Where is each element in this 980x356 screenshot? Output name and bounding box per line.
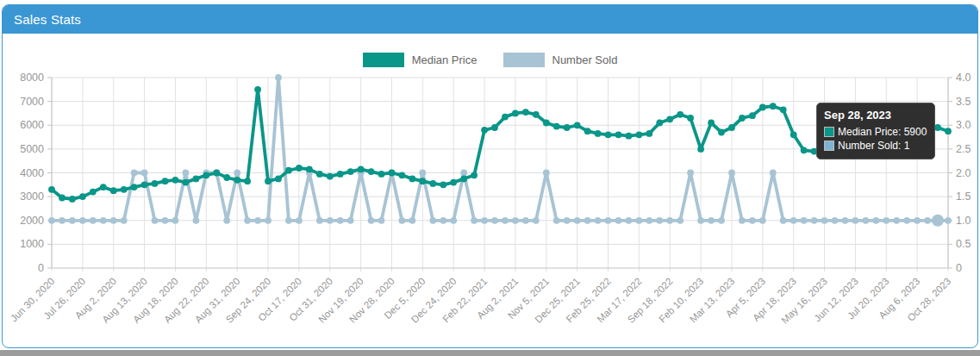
median-price-point[interactable] bbox=[131, 184, 138, 190]
number-sold-point[interactable] bbox=[234, 170, 240, 177]
legend-item-number-sold[interactable]: Number Sold bbox=[503, 53, 618, 67]
number-sold-point[interactable] bbox=[460, 170, 467, 177]
number-sold-point[interactable] bbox=[491, 217, 498, 224]
median-price-point[interactable] bbox=[739, 115, 746, 122]
number-sold-point[interactable] bbox=[110, 217, 117, 224]
median-price-point[interactable] bbox=[48, 186, 55, 193]
number-sold-point[interactable] bbox=[821, 217, 828, 224]
number-sold-point[interactable] bbox=[79, 217, 86, 224]
number-sold-point[interactable] bbox=[584, 217, 591, 224]
median-price-point[interactable] bbox=[708, 120, 715, 127]
number-sold-point[interactable] bbox=[440, 217, 446, 224]
median-price-point[interactable] bbox=[636, 131, 643, 138]
number-sold-point[interactable] bbox=[59, 217, 66, 224]
number-sold-point[interactable] bbox=[666, 217, 673, 224]
number-sold-point[interactable] bbox=[924, 217, 931, 224]
number-sold-point[interactable] bbox=[183, 170, 190, 177]
median-price-point[interactable] bbox=[327, 173, 334, 180]
number-sold-point[interactable] bbox=[172, 217, 179, 224]
number-sold-point[interactable] bbox=[749, 217, 756, 224]
number-sold-point[interactable] bbox=[842, 217, 849, 224]
median-price-point[interactable] bbox=[502, 114, 509, 121]
number-sold-point[interactable] bbox=[780, 217, 787, 224]
number-sold-point[interactable] bbox=[347, 217, 354, 224]
number-sold-point[interactable] bbox=[852, 217, 859, 224]
median-price-point[interactable] bbox=[378, 171, 385, 178]
median-price-point[interactable] bbox=[945, 128, 952, 134]
median-price-point[interactable] bbox=[522, 109, 529, 116]
median-price-point[interactable] bbox=[296, 165, 303, 172]
number-sold-point[interactable] bbox=[296, 217, 303, 224]
median-price-point[interactable] bbox=[656, 120, 663, 127]
median-price-point[interactable] bbox=[533, 111, 540, 118]
median-price-point[interactable] bbox=[564, 124, 571, 131]
median-price-point[interactable] bbox=[79, 193, 86, 200]
number-sold-point[interactable] bbox=[285, 217, 292, 224]
median-price-point[interactable] bbox=[110, 187, 117, 194]
number-sold-point[interactable] bbox=[718, 217, 725, 224]
median-price-point[interactable] bbox=[152, 180, 159, 187]
median-price-point[interactable] bbox=[100, 184, 107, 190]
median-price-point[interactable] bbox=[790, 131, 797, 138]
median-price-point[interactable] bbox=[626, 133, 633, 140]
number-sold-point[interactable] bbox=[697, 217, 704, 224]
median-price-point[interactable] bbox=[183, 179, 190, 186]
number-sold-point[interactable] bbox=[69, 217, 76, 224]
median-price-point[interactable] bbox=[512, 110, 519, 117]
number-sold-point[interactable] bbox=[327, 217, 334, 224]
sales-line-chart[interactable]: Jun 30, 2020Jul 26, 2020Aug 2, 2020Aug 1… bbox=[3, 34, 977, 347]
median-price-point[interactable] bbox=[450, 179, 457, 186]
number-sold-point[interactable] bbox=[522, 217, 529, 224]
number-sold-point[interactable] bbox=[121, 217, 128, 224]
median-price-point[interactable] bbox=[460, 176, 467, 183]
number-sold-point[interactable] bbox=[872, 217, 879, 224]
median-price-point[interactable] bbox=[234, 177, 240, 184]
number-sold-point[interactable] bbox=[790, 217, 797, 224]
number-sold-point[interactable] bbox=[770, 170, 777, 177]
median-price-point[interactable] bbox=[574, 122, 581, 128]
median-price-point[interactable] bbox=[677, 111, 684, 118]
median-price-point[interactable] bbox=[389, 170, 396, 177]
number-sold-point[interactable] bbox=[811, 217, 818, 224]
median-price-point[interactable] bbox=[399, 172, 406, 178]
median-price-point[interactable] bbox=[718, 129, 725, 136]
median-price-point[interactable] bbox=[316, 171, 323, 178]
highlighted-point[interactable] bbox=[932, 215, 944, 227]
median-price-point[interactable] bbox=[697, 146, 704, 153]
median-price-point[interactable] bbox=[59, 195, 66, 202]
number-sold-point[interactable] bbox=[471, 217, 478, 224]
median-price-point[interactable] bbox=[934, 124, 941, 131]
median-price-point[interactable] bbox=[615, 131, 622, 138]
median-price-point[interactable] bbox=[90, 189, 97, 196]
number-sold-point[interactable] bbox=[564, 217, 571, 224]
number-sold-point[interactable] bbox=[914, 217, 921, 224]
median-price-point[interactable] bbox=[162, 178, 169, 184]
number-sold-point[interactable] bbox=[739, 217, 746, 224]
median-price-point[interactable] bbox=[265, 178, 272, 184]
number-sold-point[interactable] bbox=[141, 170, 148, 177]
median-price-point[interactable] bbox=[770, 103, 777, 109]
median-price-point[interactable] bbox=[254, 86, 261, 93]
median-price-point[interactable] bbox=[553, 123, 560, 130]
number-sold-point[interactable] bbox=[708, 217, 715, 224]
median-price-point[interactable] bbox=[471, 172, 478, 178]
median-price-point[interactable] bbox=[728, 124, 735, 131]
number-sold-point[interactable] bbox=[265, 217, 272, 224]
number-sold-point[interactable] bbox=[893, 217, 900, 224]
number-sold-point[interactable] bbox=[100, 217, 107, 224]
number-sold-point[interactable] bbox=[615, 217, 622, 224]
median-price-point[interactable] bbox=[121, 186, 128, 193]
number-sold-point[interactable] bbox=[656, 217, 663, 224]
median-price-point[interactable] bbox=[172, 177, 179, 184]
median-price-point[interactable] bbox=[244, 178, 251, 184]
number-sold-point[interactable] bbox=[378, 217, 385, 224]
number-sold-point[interactable] bbox=[254, 217, 261, 224]
median-price-point[interactable] bbox=[595, 130, 602, 137]
legend-item-median-price[interactable]: Median Price bbox=[363, 53, 478, 67]
median-price-point[interactable] bbox=[687, 115, 694, 122]
median-price-point[interactable] bbox=[337, 171, 344, 178]
number-sold-point[interactable] bbox=[131, 170, 138, 177]
median-price-point[interactable] bbox=[491, 124, 498, 131]
median-price-point[interactable] bbox=[347, 168, 354, 175]
number-sold-point[interactable] bbox=[636, 217, 643, 224]
